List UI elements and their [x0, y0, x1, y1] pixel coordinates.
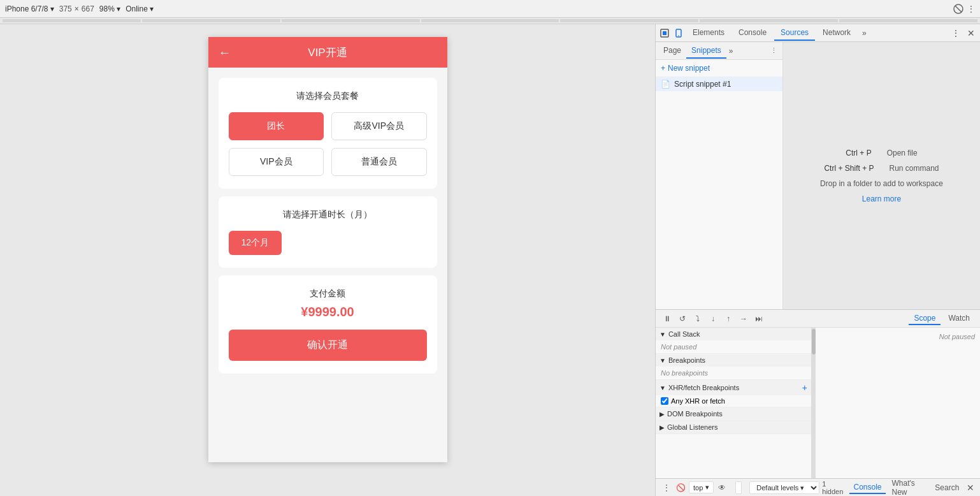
new-snippet-label: New snippet — [668, 64, 710, 73]
devtools-device-icon[interactable] — [672, 27, 685, 40]
snippet-icon: 📄 — [661, 80, 670, 89]
console-icon-clear[interactable]: 🚫 — [675, 482, 686, 493]
network-throttle[interactable]: Online ▾ — [126, 4, 154, 13]
call-stack-status: Not paused — [656, 340, 811, 353]
console-icon-settings[interactable]: ⋮ — [661, 482, 672, 493]
console-close-button[interactable]: ✕ — [965, 482, 975, 493]
xhr-breakpoints-section: ▼ XHR/fetch Breakpoints + Any XHR or fet… — [656, 380, 811, 407]
payment-card: 支付金额 ¥9999.00 确认开通 — [219, 275, 437, 374]
breakpoints-header[interactable]: ▼ Breakpoints — [656, 354, 811, 367]
console-tab-whats-new[interactable]: What's New — [888, 478, 929, 497]
dims-separator: × — [75, 4, 79, 13]
devtools-close-icon[interactable]: ✕ — [965, 27, 977, 40]
no-touch-icon[interactable] — [953, 4, 963, 14]
devtools-settings-icon[interactable]: ⋮ — [949, 27, 962, 40]
device-label: iPhone 6/7/8 ▾ — [5, 4, 54, 13]
frame-label: top — [693, 484, 703, 492]
tab-console[interactable]: Console — [732, 26, 773, 41]
membership-option-senior-vip[interactable]: 高级VIP会员 — [331, 112, 427, 140]
debugger-content: ▼ Call Stack Not paused ▼ Breakpoints N — [656, 328, 980, 478]
debug-deactivate-btn[interactable]: ⏭ — [753, 312, 765, 325]
membership-option-normal[interactable]: 普通会员 — [331, 148, 427, 176]
duration-option-12m[interactable]: 12个月 — [229, 231, 282, 255]
sidebar-tab-snippets[interactable]: Snippets — [686, 43, 726, 59]
debug-step-btn[interactable]: → — [737, 312, 750, 325]
phone-frame: ← VIP开通 请选择会员套餐 团长 高级VIP会员 — [208, 37, 447, 462]
top-toolbar: iPhone 6/7/8 ▾ 375 × 667 98% ▾ Online ▾ … — [0, 0, 980, 18]
any-xhr-item[interactable]: Any XHR or fetch — [656, 395, 811, 407]
sidebar-kebab[interactable]: ⋮ — [768, 45, 780, 56]
global-listeners-section: ▶ Global Listeners — [656, 421, 811, 434]
back-button[interactable]: ← — [219, 45, 231, 60]
membership-option-tuanzhang[interactable]: 团长 — [229, 112, 324, 140]
main-layout: ← VIP开通 请选择会员套餐 团长 高级VIP会员 — [0, 24, 980, 496]
sidebar-tab-page[interactable]: Page — [658, 43, 686, 59]
frame-selector[interactable]: top ▾ — [689, 481, 714, 493]
xhr-breakpoints-header[interactable]: ▼ XHR/fetch Breakpoints + — [656, 380, 811, 395]
console-eye-icon[interactable]: 👁 — [716, 482, 728, 493]
seg6 — [700, 19, 838, 22]
vip-content: 请选择会员套餐 团长 高级VIP会员 VIP会员 普通会员 — [208, 68, 447, 462]
sidebar-actions: ⋮ — [768, 45, 780, 56]
debugger-toolbar: ⏸ ↺ ⤵ ↓ ↑ → ⏭ Scope Watch — [656, 310, 980, 328]
tab-elements[interactable]: Elements — [686, 26, 731, 41]
new-snippet-button[interactable]: + New snippet — [656, 60, 782, 77]
phone-area: ← VIP开通 请选择会员套餐 团长 高级VIP会员 — [0, 24, 655, 496]
console-tab-search[interactable]: Search — [931, 482, 963, 493]
tab-network[interactable]: Network — [816, 26, 857, 41]
viewport-dimensions: 375 × 667 — [59, 4, 94, 13]
membership-option-vip[interactable]: VIP会员 — [229, 148, 324, 176]
debug-step-out-btn[interactable]: ↑ — [722, 312, 735, 325]
debug-tab-scope[interactable]: Scope — [909, 312, 940, 325]
vip-title: VIP开通 — [236, 45, 419, 60]
breakpoints-status: No breakpoints — [656, 367, 811, 379]
vip-header: ← VIP开通 — [208, 37, 447, 68]
sidebar-tab-more[interactable]: » — [726, 44, 736, 58]
svg-line-1 — [955, 6, 962, 12]
seg4 — [421, 19, 559, 22]
svg-point-5 — [678, 35, 679, 36]
zoom-selector[interactable]: 98% ▾ — [99, 4, 120, 13]
hidden-count: 1 hidden — [822, 480, 847, 495]
debug-tab-watch[interactable]: Watch — [943, 312, 975, 325]
debug-tabs: Scope Watch — [909, 312, 975, 325]
membership-card: 请选择会员套餐 团长 高级VIP会员 VIP会员 普通会员 — [219, 78, 437, 189]
seg5 — [560, 19, 698, 22]
learn-more-link[interactable]: Learn more — [862, 194, 901, 203]
call-stack-section: ▼ Call Stack Not paused — [656, 328, 811, 354]
dom-breakpoints-header[interactable]: ▶ DOM Breakpoints — [656, 407, 811, 420]
any-xhr-checkbox[interactable] — [661, 397, 668, 405]
call-stack-pane: ▼ Call Stack Not paused ▼ Breakpoints N — [656, 328, 812, 478]
console-filter-input[interactable] — [735, 481, 742, 494]
debug-resume-btn[interactable]: ↺ — [676, 312, 689, 325]
snippet-item-1[interactable]: 📄 Script snippet #1 — [656, 77, 782, 91]
global-listeners-header[interactable]: ▶ Global Listeners — [656, 421, 811, 434]
debug-step-over-btn[interactable]: ⤵ — [691, 312, 704, 325]
debug-pause-btn[interactable]: ⏸ — [661, 312, 674, 325]
sidebar-tabs: Page Snippets » ⋮ — [656, 42, 782, 60]
console-tab-console[interactable]: Console — [849, 481, 885, 494]
membership-title: 请选择会员套餐 — [229, 91, 427, 102]
call-stack-header[interactable]: ▼ Call Stack — [656, 328, 811, 340]
devtools-inspect-icon[interactable] — [658, 27, 671, 40]
seg7 — [839, 19, 977, 22]
shortcuts-panel: Ctrl + P Open file Ctrl + Shift + P Run … — [783, 42, 980, 309]
devtools-right-panel: Ctrl + P Open file Ctrl + Shift + P Run … — [783, 42, 980, 309]
xhr-add-button[interactable]: + — [802, 383, 807, 393]
responsive-bar — [0, 18, 980, 24]
shortcut-run-command: Ctrl + Shift + P Run command — [824, 164, 939, 173]
toolbar-kebab[interactable]: ⋮ — [967, 4, 975, 13]
device-selector[interactable]: iPhone 6/7/8 ▾ — [5, 4, 54, 13]
zoom-label: 98% ▾ — [99, 4, 120, 13]
xhr-breakpoints-label: XHR/fetch Breakpoints — [668, 384, 739, 391]
dom-breakpoints-label: DOM Breakpoints — [667, 410, 723, 418]
online-label: Online ▾ — [126, 4, 154, 13]
debug-step-into-btn[interactable]: ↓ — [707, 312, 719, 325]
console-level-select[interactable]: Default levels ▾ — [749, 481, 819, 494]
tab-sources[interactable]: Sources — [774, 26, 815, 41]
shortcut-run-key: Ctrl + Shift + P — [824, 164, 874, 173]
confirm-button[interactable]: 确认开通 — [229, 330, 427, 361]
devtools-body: Page Snippets » ⋮ + — [656, 42, 980, 309]
call-stack-arrow: ▼ — [659, 331, 666, 338]
tab-more[interactable]: » — [858, 26, 870, 40]
